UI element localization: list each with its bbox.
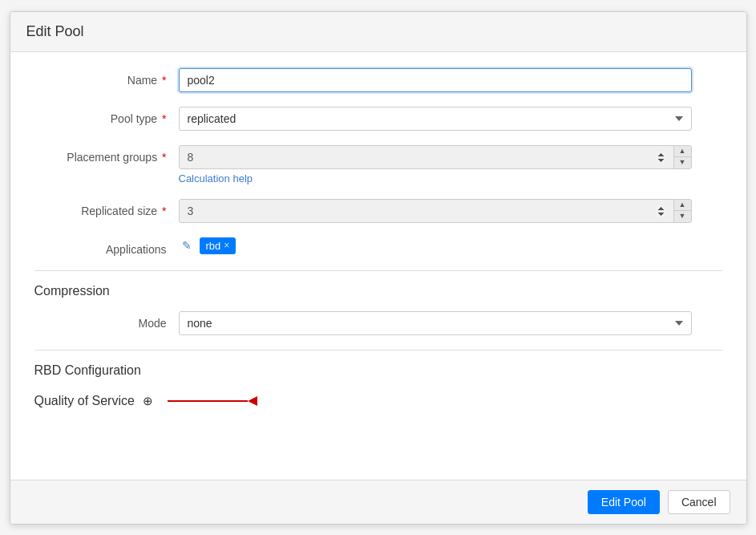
edit-pool-button[interactable]: Edit Pool (588, 490, 660, 514)
pool-type-select-wrap: replicated erasure (179, 107, 692, 131)
placement-groups-input[interactable] (179, 145, 692, 169)
applications-group: Applications ✎ rbd × (34, 237, 722, 256)
edit-pool-modal: Edit Pool Name * Pool type * replicated … (10, 11, 747, 525)
mode-label: Mode (34, 311, 179, 330)
pool-type-label: Pool type * (34, 107, 179, 125)
placement-groups-input-wrap: ▲ ▼ (179, 145, 692, 169)
placement-groups-down[interactable]: ▼ (674, 157, 691, 168)
name-input[interactable] (179, 68, 692, 92)
placement-groups-group: Placement groups * ▲ ▼ Calculation help (34, 145, 722, 184)
application-badge-rbd: rbd × (200, 237, 237, 254)
applications-wrap: ✎ rbd × (179, 237, 692, 254)
badge-close-button[interactable]: × (224, 241, 229, 250)
name-label: Name * (34, 68, 179, 87)
modal-header: Edit Pool (10, 12, 746, 52)
name-group: Name * (34, 68, 722, 92)
modal-footer: Edit Pool Cancel (10, 480, 746, 524)
mode-group: Mode none passive aggressive force (34, 311, 722, 335)
placement-groups-label: Placement groups * (34, 145, 179, 164)
qos-label: Quality of Service (34, 394, 135, 408)
replicated-size-input[interactable] (179, 199, 692, 223)
replicated-size-input-wrap: ▲ ▼ (179, 199, 692, 223)
qos-row: Quality of Service ⊕ (34, 387, 722, 415)
calc-help-link[interactable]: Calculation help (179, 172, 253, 184)
pool-type-group: Pool type * replicated erasure (34, 107, 722, 131)
compression-divider (34, 270, 722, 271)
badge-label: rbd (206, 240, 221, 252)
name-required: * (162, 74, 166, 87)
applications-label: Applications (34, 237, 179, 256)
replicated-size-label: Replicated size * (34, 199, 179, 217)
replicated-size-down[interactable]: ▼ (674, 211, 691, 222)
arrow-head (248, 396, 257, 406)
placement-groups-up[interactable]: ▲ (674, 146, 691, 158)
compression-section-title: Compression (34, 284, 722, 298)
edit-icon: ✎ (182, 239, 192, 252)
replicated-size-up[interactable]: ▲ (674, 200, 691, 212)
applications-row: ✎ rbd × (179, 237, 692, 254)
placement-groups-wrap: ▲ ▼ Calculation help (179, 145, 692, 184)
cancel-button[interactable]: Cancel (668, 490, 730, 514)
rbd-config-title: RBD Configuration (34, 363, 722, 378)
qos-add-icon[interactable]: ⊕ (143, 394, 153, 408)
replicated-size-group: Replicated size * ▲ ▼ (34, 199, 722, 223)
arrow-indicator (168, 396, 257, 406)
replicated-size-wrap: ▲ ▼ (179, 199, 692, 223)
replicated-size-spinners: ▲ ▼ (673, 200, 691, 222)
mode-select[interactable]: none passive aggressive force (179, 311, 692, 335)
mode-select-wrap: none passive aggressive force (179, 311, 692, 335)
rbd-config-section: RBD Configuration Quality of Service ⊕ (34, 350, 722, 415)
pool-type-required: * (162, 112, 166, 125)
pool-type-select[interactable]: replicated erasure (179, 107, 692, 131)
arrow-line (168, 400, 248, 402)
modal-body: Name * Pool type * replicated erasure (10, 52, 746, 480)
rep-size-required: * (162, 205, 166, 217)
name-input-wrap (179, 68, 692, 92)
modal-title: Edit Pool (26, 23, 730, 40)
pg-required: * (162, 151, 166, 164)
applications-edit-button[interactable]: ✎ (179, 237, 195, 253)
placement-groups-spinners: ▲ ▼ (673, 146, 691, 168)
